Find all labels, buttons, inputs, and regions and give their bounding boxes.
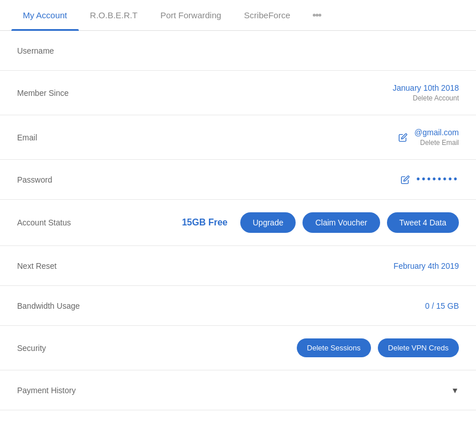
password-value-area: •••••••• bbox=[120, 173, 459, 185]
member-since-label: Member Since bbox=[17, 88, 120, 98]
email-label: Email bbox=[17, 133, 120, 142]
next-reset-label: Next Reset bbox=[17, 261, 120, 271]
account-status-row: Account Status 15GB Free Upgrade Claim V… bbox=[0, 200, 476, 246]
password-edit-icon[interactable] bbox=[401, 175, 410, 184]
tab-navigation: My Account R.O.B.E.R.T Port Forwarding S… bbox=[0, 0, 476, 31]
next-reset-date: February 4th 2019 bbox=[394, 261, 459, 271]
password-value: •••••••• bbox=[417, 173, 459, 185]
upgrade-button[interactable]: Upgrade bbox=[240, 212, 296, 233]
tab-robert[interactable]: R.O.B.E.R.T bbox=[79, 0, 149, 31]
payment-history-row: Payment History ▼ bbox=[0, 370, 476, 410]
tab-scribeforce[interactable]: ScribeForce bbox=[233, 0, 302, 31]
delete-sessions-button[interactable]: Delete Sessions bbox=[297, 338, 371, 357]
email-group: @gmail.com Delete Email bbox=[414, 128, 459, 147]
payment-history-chevron[interactable]: ▼ bbox=[451, 386, 459, 395]
delete-account-link[interactable]: Delete Account bbox=[413, 94, 459, 102]
security-value-area: Delete Sessions Delete VPN Creds bbox=[120, 338, 459, 357]
member-since-value-area: January 10th 2018 Delete Account bbox=[120, 83, 459, 102]
bandwidth-value-area: 0 / 15 GB bbox=[120, 301, 459, 310]
claim-voucher-button[interactable]: Claim Voucher bbox=[302, 212, 380, 233]
username-label: Username bbox=[17, 46, 120, 55]
username-row: Username bbox=[0, 31, 476, 71]
tab-my-account[interactable]: My Account bbox=[11, 0, 79, 31]
account-content: Username Member Since January 10th 2018 … bbox=[0, 31, 476, 410]
security-label: Security bbox=[17, 344, 120, 353]
email-value: @gmail.com bbox=[414, 128, 459, 137]
security-row: Security Delete Sessions Delete VPN Cred… bbox=[0, 326, 476, 370]
account-status-label: Account Status bbox=[17, 218, 120, 227]
delete-vpn-creds-button[interactable]: Delete VPN Creds bbox=[378, 338, 459, 357]
tweet4data-button[interactable]: Tweet 4 Data bbox=[387, 212, 459, 233]
bandwidth-row: Bandwidth Usage 0 / 15 GB bbox=[0, 286, 476, 326]
email-row: Email @gmail.com Delete Email bbox=[0, 115, 476, 160]
member-since-row: Member Since January 10th 2018 Delete Ac… bbox=[0, 71, 476, 115]
member-since-group: January 10th 2018 Delete Account bbox=[393, 83, 459, 102]
delete-email-link[interactable]: Delete Email bbox=[420, 139, 459, 147]
payment-history-label: Payment History bbox=[17, 386, 120, 395]
email-value-area: @gmail.com Delete Email bbox=[120, 128, 459, 147]
password-row: Password •••••••• bbox=[0, 160, 476, 200]
bandwidth-value: 0 / 15 GB bbox=[425, 301, 459, 310]
email-edit-icon[interactable] bbox=[398, 133, 408, 142]
member-since-date: January 10th 2018 bbox=[393, 83, 459, 92]
next-reset-value-area: February 4th 2019 bbox=[120, 261, 459, 271]
next-reset-row: Next Reset February 4th 2019 bbox=[0, 246, 476, 286]
tab-port-forwarding[interactable]: Port Forwarding bbox=[149, 0, 233, 31]
password-label: Password bbox=[17, 175, 120, 184]
account-status-value-area: 15GB Free Upgrade Claim Voucher Tweet 4 … bbox=[120, 212, 459, 233]
bandwidth-label: Bandwidth Usage bbox=[17, 301, 120, 310]
account-status-free: 15GB Free bbox=[182, 217, 228, 228]
more-tabs-button[interactable] bbox=[307, 14, 327, 17]
